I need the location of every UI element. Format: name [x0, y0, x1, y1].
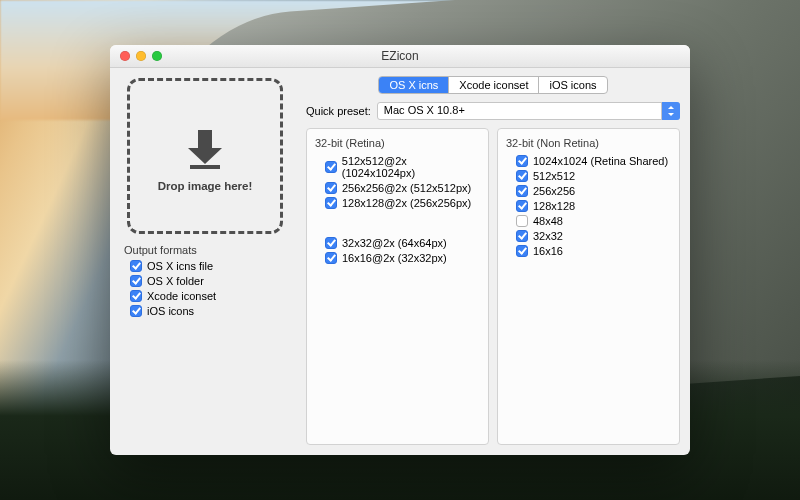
checkbox-row[interactable]: 16x16@2x (32x32px)	[325, 252, 480, 264]
checkbox[interactable]	[130, 290, 142, 302]
checkbox-row[interactable]: 256x256	[516, 185, 671, 197]
checkbox-row[interactable]: 16x16	[516, 245, 671, 257]
checkbox-label: 16x16@2x (32x32px)	[342, 252, 447, 264]
checkbox[interactable]	[516, 245, 528, 257]
output-formats-list: OS X icns fileOS X folderXcode iconsetiO…	[120, 260, 290, 317]
checkbox[interactable]	[516, 155, 528, 167]
tab-ios-icons[interactable]: iOS icons	[539, 77, 606, 93]
checkbox[interactable]	[130, 260, 142, 272]
checkbox-row[interactable]: 128x128@2x (256x256px)	[325, 197, 480, 209]
checkbox-label: 32x32	[533, 230, 563, 242]
nonretina-heading: 32-bit (Non Retina)	[506, 137, 671, 149]
app-window: EZicon Drop image here! Output formats O…	[110, 45, 690, 455]
checkbox[interactable]	[325, 182, 337, 194]
checkbox-row[interactable]: 128x128	[516, 200, 671, 212]
drop-image-zone[interactable]: Drop image here!	[127, 78, 283, 234]
checkbox[interactable]	[325, 197, 337, 209]
checkbox-row[interactable]: 48x48	[516, 215, 671, 227]
checkbox-label: 1024x1024 (Retina Shared)	[533, 155, 668, 167]
checkbox[interactable]	[516, 170, 528, 182]
close-icon[interactable]	[120, 51, 130, 61]
svg-rect-2	[190, 165, 220, 169]
checkbox-row[interactable]: 32x32@2x (64x64px)	[325, 237, 480, 249]
checkbox-row[interactable]: 512x512@2x (1024x1024px)	[325, 155, 480, 179]
nonretina-list: 1024x1024 (Retina Shared)512x512256x2561…	[506, 155, 671, 257]
checkbox-label: 256x256@2x (512x512px)	[342, 182, 471, 194]
checkbox[interactable]	[130, 305, 142, 317]
window-title: EZicon	[110, 49, 690, 63]
checkbox[interactable]	[130, 275, 142, 287]
checkbox-label: 128x128@2x (256x256px)	[342, 197, 471, 209]
checkbox-label: 128x128	[533, 200, 575, 212]
checkbox[interactable]	[516, 215, 528, 227]
checkbox-label: 48x48	[533, 215, 563, 227]
minimize-icon[interactable]	[136, 51, 146, 61]
checkbox-label: OS X icns file	[147, 260, 213, 272]
svg-marker-1	[188, 148, 222, 164]
checkbox-row[interactable]: 32x32	[516, 230, 671, 242]
output-formats-heading: Output formats	[124, 244, 290, 256]
checkbox-row[interactable]: OS X folder	[130, 275, 290, 287]
desktop-background: EZicon Drop image here! Output formats O…	[0, 0, 800, 500]
checkbox[interactable]	[516, 200, 528, 212]
svg-marker-3	[668, 106, 674, 109]
checkbox-label: 512x512	[533, 170, 575, 182]
checkbox[interactable]	[325, 252, 337, 264]
checkbox-row[interactable]: 1024x1024 (Retina Shared)	[516, 155, 671, 167]
titlebar[interactable]: EZicon	[110, 45, 690, 68]
retina-list-1: 512x512@2x (1024x1024px)256x256@2x (512x…	[315, 155, 480, 209]
tab-xcode-iconset[interactable]: Xcode iconset	[449, 77, 539, 93]
checkbox-row[interactable]: Xcode iconset	[130, 290, 290, 302]
preset-value: Mac OS X 10.8+	[377, 102, 680, 120]
checkbox[interactable]	[516, 185, 528, 197]
checkbox-row[interactable]: 512x512	[516, 170, 671, 182]
checkbox-row[interactable]: 256x256@2x (512x512px)	[325, 182, 480, 194]
checkbox[interactable]	[516, 230, 528, 242]
checkbox-row[interactable]: OS X icns file	[130, 260, 290, 272]
maximize-icon[interactable]	[152, 51, 162, 61]
retina-heading: 32-bit (Retina)	[315, 137, 480, 149]
checkbox-label: 16x16	[533, 245, 563, 257]
checkbox-label: OS X folder	[147, 275, 204, 287]
checkbox-label: 512x512@2x (1024x1024px)	[342, 155, 480, 179]
svg-rect-0	[198, 130, 212, 148]
retina-panel: 32-bit (Retina) 512x512@2x (1024x1024px)…	[306, 128, 489, 445]
retina-list-2: 32x32@2x (64x64px)16x16@2x (32x32px)	[315, 237, 480, 264]
checkbox[interactable]	[325, 237, 337, 249]
chevron-up-down-icon[interactable]	[661, 102, 680, 120]
download-arrow-icon	[182, 126, 228, 172]
checkbox-label: 256x256	[533, 185, 575, 197]
nonretina-panel: 32-bit (Non Retina) 1024x1024 (Retina Sh…	[497, 128, 680, 445]
checkbox[interactable]	[325, 161, 337, 173]
svg-marker-4	[668, 113, 674, 116]
format-tabs: OS X icnsXcode iconsetiOS icons	[378, 76, 607, 94]
checkbox-row[interactable]: iOS icons	[130, 305, 290, 317]
dropzone-label: Drop image here!	[158, 180, 253, 192]
preset-select[interactable]: Mac OS X 10.8+	[377, 102, 680, 120]
checkbox-label: 32x32@2x (64x64px)	[342, 237, 447, 249]
preset-label: Quick preset:	[306, 105, 371, 117]
checkbox-label: iOS icons	[147, 305, 194, 317]
checkbox-label: Xcode iconset	[147, 290, 216, 302]
tab-os-x-icns[interactable]: OS X icns	[379, 77, 449, 93]
